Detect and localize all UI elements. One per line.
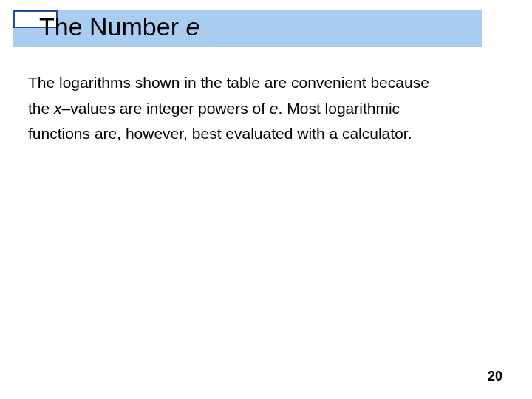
body-paragraph: The logarithms shown in the table are co… bbox=[28, 70, 494, 147]
body-line2e: . Most logarithmic bbox=[279, 100, 400, 117]
body-line2a: the bbox=[28, 100, 54, 117]
body-line2c: –values are integer powers of bbox=[62, 100, 270, 117]
page-title: The Number e bbox=[39, 13, 200, 41]
body-line3: functions are, however, best evaluated w… bbox=[28, 125, 412, 142]
title-italic: e bbox=[185, 13, 200, 41]
body-e: e bbox=[270, 100, 279, 117]
body-x: x bbox=[54, 100, 62, 117]
page-number: 20 bbox=[488, 369, 502, 384]
title-prefix: The Number bbox=[39, 13, 185, 41]
body-line1: The logarithms shown in the table are co… bbox=[28, 74, 429, 91]
